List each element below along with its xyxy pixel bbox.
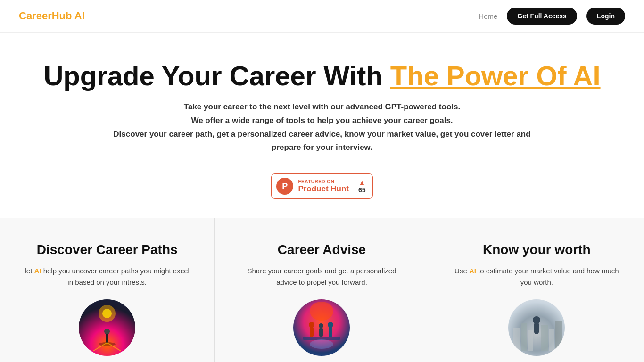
svg-point-8 [102,309,112,318]
svg-rect-15 [319,328,323,337]
hero-subtitle-line2: We offer a wide range of tools to help y… [191,116,453,125]
card-career-advise: Career Advise Share your career goals an… [215,218,429,362]
card1-description: let AI help you uncover career paths you… [24,265,190,288]
svg-point-3 [104,329,110,334]
logo-text: CareerHub [19,10,74,22]
ph-votes-container: ▲ 65 [358,179,366,194]
card3-description: Use AI to estimate your market value and… [453,265,620,288]
cards-section: Discover Career Paths let AI help you un… [0,218,644,362]
nav-home-link[interactable]: Home [479,12,497,20]
svg-point-14 [328,322,333,328]
hero-title: Upgrade Your Career With The Power Of AI [28,61,616,91]
hero-subtitle-line3: Discover your career path, get a persona… [113,130,530,152]
svg-point-28 [508,299,565,356]
card2-image [293,299,350,356]
ph-icon-letter: P [282,181,288,191]
card3-ai-highlight: AI [469,267,476,275]
svg-point-12 [309,322,314,328]
card1-title: Discover Career Paths [37,242,178,258]
card3-title: Know your worth [483,242,591,258]
navbar: CareerHub AI Home Get Full Access Login [0,0,644,33]
ph-featured-label: FEATURED ON [298,179,349,184]
login-button[interactable]: Login [586,8,625,25]
card1-image [79,299,135,356]
svg-point-17 [310,302,333,321]
card1-svg [79,299,135,356]
product-hunt-icon: P [276,178,293,195]
ph-text: FEATURED ON Product Hunt [298,179,349,194]
get-full-access-button[interactable]: Get Full Access [507,8,577,25]
card-discover-career-paths: Discover Career Paths let AI help you un… [0,218,215,362]
svg-point-18 [310,339,333,349]
hero-title-part1: Upgrade Your Career With [43,60,390,91]
ph-upvote-icon: ▲ [359,179,365,186]
ph-name: Product Hunt [298,184,349,194]
logo-accent: AI [74,10,85,22]
svg-rect-11 [310,327,314,337]
hero-title-accent: The Power Of AI [390,60,601,91]
svg-rect-13 [329,327,332,337]
svg-point-16 [319,323,323,328]
card2-title: Career Advise [278,242,366,258]
logo: CareerHub AI [19,10,85,22]
product-hunt-badge[interactable]: P FEATURED ON Product Hunt ▲ 65 [271,173,372,199]
card3-svg [508,299,565,356]
card-know-your-worth: Know your worth Use AI to estimate your … [429,218,644,362]
nav-right: Home Get Full Access Login [479,8,625,25]
ph-vote-count: 65 [358,186,366,194]
svg-rect-2 [106,333,108,343]
card1-ai-highlight: AI [34,267,41,275]
hero-subtitle-line1: Take your career to the next level with … [184,102,460,111]
card3-image [508,299,565,356]
card2-description: Share your career goals and get a person… [238,265,405,288]
hero-subtitle: Take your career to the next level with … [110,100,534,155]
card2-svg [293,299,350,356]
hero-section: Upgrade Your Career With The Power Of AI… [0,33,644,218]
